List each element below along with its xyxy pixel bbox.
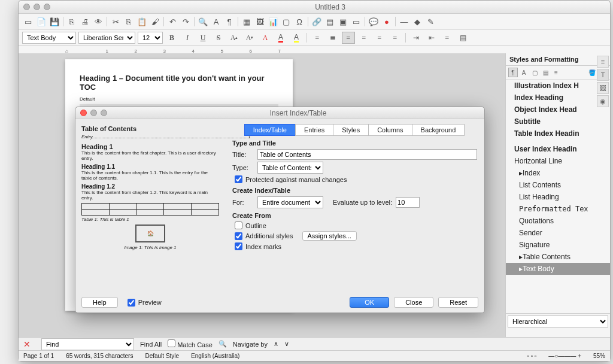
bookmark-icon[interactable]: ▣	[337, 16, 349, 28]
para-styles-icon[interactable]: ¶	[508, 68, 518, 77]
window-controls[interactable]	[23, 4, 50, 10]
line-spacing-button[interactable]: ≡	[441, 32, 454, 44]
size-select[interactable]: 12	[138, 32, 163, 44]
style-item[interactable]: ▸Text Body	[506, 263, 610, 275]
tab-background[interactable]: Background	[412, 124, 465, 136]
find-close-icon[interactable]: ✕	[23, 339, 31, 349]
style-item[interactable]: Signature	[506, 239, 610, 251]
symbol-icon[interactable]: Ω	[293, 16, 305, 28]
style-list[interactable]: Illustration Index HIndex HeadingObject …	[506, 80, 610, 313]
image-icon[interactable]: 🖼	[254, 16, 266, 28]
record-icon[interactable]: ●	[381, 16, 393, 28]
close-button[interactable]: Close	[394, 297, 433, 308]
title-input[interactable]	[257, 149, 477, 160]
table-icon[interactable]: ▦	[241, 16, 253, 28]
tab-styles[interactable]: Styles	[333, 124, 369, 136]
italic-button[interactable]: I	[181, 32, 194, 44]
footnote-icon[interactable]: ▤	[324, 16, 336, 28]
search-icon[interactable]: 🔍	[197, 16, 209, 28]
fill-format-icon[interactable]: 🪣	[587, 68, 597, 77]
char-styles-icon[interactable]: A	[519, 68, 529, 77]
numbering-button[interactable]: ≣	[326, 32, 339, 44]
tab-columns[interactable]: Columns	[368, 124, 412, 136]
style-item[interactable]: Table Index Headin	[506, 128, 610, 139]
copy-icon[interactable]: ⎘	[123, 16, 135, 28]
open-icon[interactable]: ▭	[22, 16, 34, 28]
help-button[interactable]: Help	[81, 297, 118, 308]
level-input[interactable]	[396, 197, 420, 208]
style-filter-select[interactable]: Hierarchical	[508, 316, 608, 327]
style-item[interactable]: User Index Headin	[506, 143, 610, 155]
properties-tab[interactable]: ≡	[597, 56, 609, 68]
dialog-controls[interactable]	[80, 110, 107, 116]
tab-index-table[interactable]: Index/Table	[244, 124, 296, 136]
nav-down-icon[interactable]: ∨	[284, 340, 289, 348]
para-spacing-button[interactable]: ▤	[456, 32, 469, 44]
find-all-button[interactable]: Find All	[140, 341, 162, 348]
font-select[interactable]: Liberation Serif	[78, 32, 135, 44]
chart-icon[interactable]: 📊	[267, 16, 279, 28]
spellcheck-icon[interactable]: A	[210, 16, 222, 28]
underline-button[interactable]: U	[196, 32, 210, 44]
bold-button[interactable]: B	[165, 32, 178, 44]
highlight-button[interactable]: A	[290, 32, 303, 44]
link-icon[interactable]: 🔗	[311, 16, 323, 28]
redo-icon[interactable]: ↷	[180, 16, 192, 28]
clear-format-button[interactable]: A	[259, 32, 272, 44]
for-select[interactable]: Entire document	[257, 196, 323, 208]
protected-check[interactable]	[235, 175, 242, 183]
shapes-icon[interactable]: ◆	[411, 16, 423, 28]
paste-icon[interactable]: 📋	[136, 16, 148, 28]
bullets-button[interactable]: ≡	[311, 32, 324, 44]
style-item[interactable]: ▸Table Contents	[506, 251, 610, 263]
list-styles-icon[interactable]: ≡	[551, 68, 561, 77]
gallery-tab[interactable]: 🖼	[597, 82, 609, 94]
style-item[interactable]: Preformatted Tex	[506, 203, 610, 215]
indent-dec-button[interactable]: ⇤	[425, 32, 438, 44]
style-item[interactable]: List Heading	[506, 191, 610, 203]
ok-button[interactable]: OK	[350, 297, 389, 308]
para-style-select[interactable]: Text Body	[22, 32, 76, 44]
nonprint-icon[interactable]: ¶	[223, 16, 235, 28]
style-item[interactable]: Subtitle	[506, 116, 610, 128]
undo-icon[interactable]: ↶	[166, 16, 178, 28]
style-item[interactable]: Sender	[506, 227, 610, 239]
style-item[interactable]: List Contents	[506, 179, 610, 191]
style-item[interactable]: Quotations	[506, 215, 610, 227]
line-icon[interactable]: —	[398, 16, 410, 28]
align-right-button[interactable]: ≡	[373, 32, 386, 44]
align-justify-button[interactable]: ≡	[389, 32, 402, 44]
reset-button[interactable]: Reset	[438, 297, 478, 308]
styles-tab[interactable]: T	[597, 69, 609, 81]
view-icons[interactable]: ▫ ▫ ▫	[527, 353, 536, 359]
preview-check[interactable]	[128, 299, 135, 307]
style-item[interactable]: ▸Index	[506, 167, 610, 179]
addstyles-check[interactable]	[235, 232, 242, 240]
font-color-button[interactable]: A	[274, 32, 287, 44]
match-case-check[interactable]: Match Case	[168, 339, 213, 348]
assign-styles-button[interactable]: Assign styles...	[302, 231, 357, 241]
indent-inc-button[interactable]: ⇥	[409, 32, 423, 44]
new-icon[interactable]: 📄	[35, 16, 47, 28]
outline-check[interactable]	[235, 222, 242, 229]
draw-icon[interactable]: ✎	[424, 16, 436, 28]
strike-button[interactable]: S	[212, 32, 225, 44]
cut-icon[interactable]: ✂	[110, 16, 122, 28]
style-item[interactable]: Illustration Index H	[506, 80, 610, 92]
frame-styles-icon[interactable]: ▢	[530, 68, 539, 77]
preview-icon[interactable]: 👁	[92, 16, 104, 28]
subscript-button[interactable]: A▾	[243, 32, 256, 44]
type-select[interactable]: Table of Contents	[257, 162, 323, 174]
find-search-icon[interactable]: 🔍	[219, 340, 227, 348]
find-input[interactable]: Find	[41, 338, 134, 350]
textbox-icon[interactable]: ▢	[280, 16, 292, 28]
marks-check[interactable]	[235, 242, 242, 250]
field-icon[interactable]: ▭	[350, 16, 362, 28]
align-center-button[interactable]: ≡	[357, 32, 371, 44]
style-item[interactable]: Index Heading	[506, 92, 610, 104]
navigator-tab[interactable]: ◉	[597, 95, 609, 107]
style-item[interactable]: Object Index Head	[506, 104, 610, 116]
align-left-button[interactable]: ≡	[342, 32, 355, 44]
save-icon[interactable]: 💾	[48, 16, 60, 28]
superscript-button[interactable]: A▴	[227, 32, 241, 44]
